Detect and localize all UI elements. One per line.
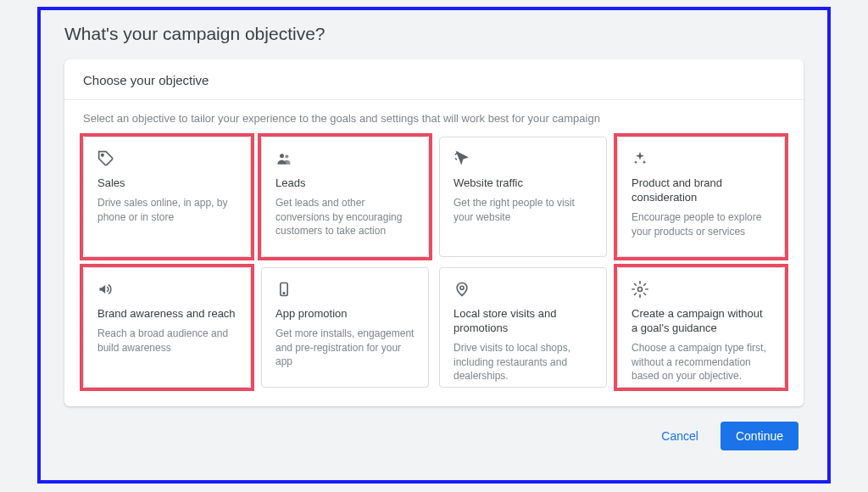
objective-option[interactable]: Website trafficGet the right people to v… xyxy=(439,137,607,257)
svg-point-6 xyxy=(460,286,464,289)
objective-description: Encourage people to explore your product… xyxy=(632,210,771,239)
svg-point-2 xyxy=(285,154,288,158)
card-header: Choose your objective xyxy=(64,59,804,100)
svg-point-1 xyxy=(280,154,284,158)
svg-point-5 xyxy=(283,293,285,294)
phone-icon xyxy=(275,280,294,299)
objective-title: App promotion xyxy=(275,307,415,321)
gear-icon xyxy=(632,280,650,299)
objective-title: Create a campaign without a goal's guida… xyxy=(632,307,771,336)
svg-point-7 xyxy=(638,288,643,292)
objective-cell: Website trafficGet the right people to v… xyxy=(439,137,607,257)
objective-grid: SalesDrive sales online, in app, by phon… xyxy=(64,137,804,406)
pin-icon xyxy=(453,280,472,299)
objective-description: Get more installs, engagement and pre-re… xyxy=(275,327,415,369)
objective-cell: LeadsGet leads and other conversions by … xyxy=(261,137,429,257)
svg-point-3 xyxy=(635,161,637,164)
objective-description: Drive visits to local shops, including r… xyxy=(453,341,593,383)
objective-title: Sales xyxy=(97,176,236,191)
objective-option[interactable]: Brand awareness and reachReach a broad a… xyxy=(83,267,251,388)
footer-actions: Cancel Continue xyxy=(64,406,804,450)
continue-button[interactable]: Continue xyxy=(721,422,798,450)
people-icon xyxy=(275,149,294,168)
objective-option[interactable]: LeadsGet leads and other conversions by … xyxy=(261,137,429,257)
objective-description: Get leads and other conversions by encou… xyxy=(275,196,415,238)
card-subtitle: Select an objective to tailor your exper… xyxy=(64,100,804,137)
objective-option[interactable]: Create a campaign without a goal's guida… xyxy=(617,267,785,388)
sparkle-icon xyxy=(632,149,650,168)
cancel-button[interactable]: Cancel xyxy=(651,422,709,450)
objective-title: Brand awareness and reach xyxy=(97,307,236,321)
objective-card: Choose your objective Select an objectiv… xyxy=(64,59,804,406)
objective-description: Choose a campaign type first, without a … xyxy=(632,341,771,383)
objective-option[interactable]: SalesDrive sales online, in app, by phon… xyxy=(83,137,251,257)
objective-option[interactable]: App promotionGet more installs, engageme… xyxy=(261,267,429,388)
objective-title: Leads xyxy=(275,176,415,191)
objective-cell: Product and brand considerationEncourage… xyxy=(617,137,785,257)
objective-title: Product and brand consideration xyxy=(632,176,771,205)
objective-cell: Create a campaign without a goal's guida… xyxy=(617,267,785,388)
cursor-icon xyxy=(453,149,472,168)
objective-option[interactable]: Product and brand considerationEncourage… xyxy=(617,137,785,257)
objective-option[interactable]: Local store visits and promotionsDrive v… xyxy=(439,267,607,388)
objective-description: Reach a broad audience and build awarene… xyxy=(97,327,236,355)
page-title: What's your campaign objective? xyxy=(64,24,804,44)
objective-cell: Brand awareness and reachReach a broad a… xyxy=(83,267,251,388)
svg-point-0 xyxy=(102,154,104,157)
page-outline: What's your campaign objective? Choose y… xyxy=(37,7,831,484)
objective-title: Website traffic xyxy=(453,176,593,191)
objective-description: Drive sales online, in app, by phone or … xyxy=(97,196,236,225)
objective-description: Get the right people to visit your websi… xyxy=(453,196,593,225)
tag-icon xyxy=(97,149,116,168)
objective-cell: SalesDrive sales online, in app, by phon… xyxy=(83,137,251,257)
objective-cell: App promotionGet more installs, engageme… xyxy=(261,267,429,388)
objective-title: Local store visits and promotions xyxy=(453,307,593,336)
objective-cell: Local store visits and promotionsDrive v… xyxy=(439,267,607,388)
megaphone-icon xyxy=(97,280,116,299)
